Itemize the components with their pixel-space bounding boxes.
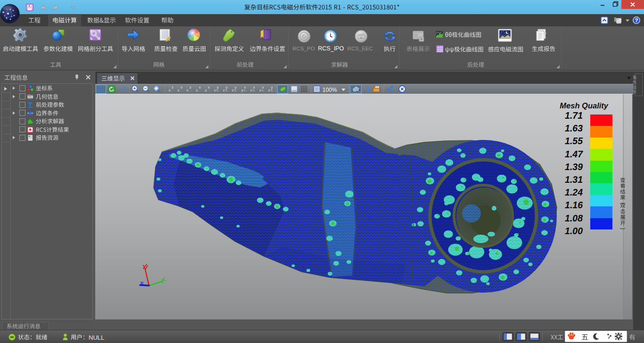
svg-text:y: y — [235, 86, 237, 90]
svg-text:x: x — [244, 86, 246, 89]
svg-text:?: ? — [635, 17, 638, 23]
svg-text:z: z — [196, 89, 198, 92]
svg-text:y: y — [241, 89, 243, 92]
svg-text:z: z — [268, 89, 270, 92]
svg-text:z: z — [250, 89, 252, 92]
svg-text:z: z — [259, 89, 261, 92]
svg-text:x: x — [253, 86, 255, 89]
svg-text:z: z — [190, 86, 191, 89]
svg-text:x: x — [187, 89, 189, 92]
svg-text:z: z — [223, 89, 225, 92]
svg-text:z: z — [205, 89, 207, 92]
svg-text:x: x — [169, 89, 171, 92]
svg-text:x: x — [199, 86, 201, 89]
svg-text:y: y — [217, 86, 219, 90]
svg-text:z: z — [214, 89, 216, 92]
svg-text:z: z — [232, 89, 234, 92]
svg-text:x: x — [208, 86, 210, 89]
svg-text:y: y — [271, 86, 273, 90]
svg-text:x: x — [262, 86, 264, 89]
svg-text:x: x — [181, 86, 182, 89]
svg-text:y: y — [226, 86, 228, 90]
svg-text:z: z — [172, 86, 173, 89]
svg-text:z: z — [178, 89, 180, 92]
